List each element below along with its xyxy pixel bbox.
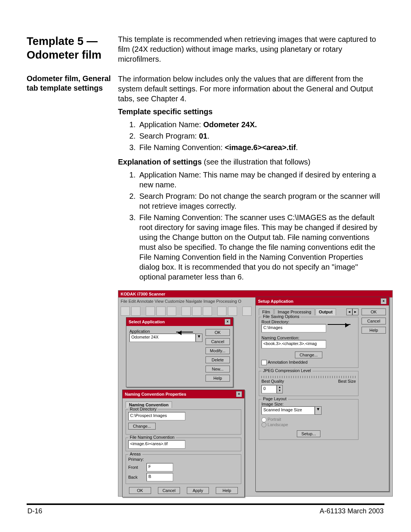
dialog-title: Setup Application [258,299,293,304]
fieldset-legend: Areas [128,452,142,456]
exp-list: Application Name: This name may be chang… [118,170,384,282]
portrait-radio[interactable] [261,417,266,422]
toolbar-button[interactable] [192,307,201,316]
ok-button[interactable]: OK [129,487,151,494]
jpeg-left-label: Best Quality [261,379,284,383]
root-dir-field[interactable]: C:\Images [261,324,326,332]
new-button[interactable]: New... [206,366,230,372]
chevron-down-icon[interactable]: ▼ [315,406,322,415]
root-label: Root Directory: [261,320,356,324]
back-label: Back [128,475,143,479]
ok-button[interactable]: OK [362,308,386,315]
fieldset-legend: File Saving Options [261,314,301,319]
toolbar-button[interactable] [228,307,237,316]
close-icon[interactable]: × [381,298,387,304]
help-button[interactable]: Help [206,375,230,382]
footer-right: A-61133 March 2003 [320,507,384,515]
toolbar-button[interactable] [182,307,191,316]
application-dropdown[interactable]: Odometer 24X [129,334,196,342]
chevron-down-icon[interactable]: ▼ [196,334,202,342]
fieldset-legend: File Naming Convention [128,435,176,439]
window-title: KODAK i7300 Scanner [121,292,165,296]
fieldset-legend: Page Layout [261,396,288,401]
help-button[interactable]: Help [362,327,386,334]
delete-button[interactable]: Delete [206,356,230,363]
list-item: Application Name: This name may be chang… [138,170,384,190]
portrait-label: Portrait [268,417,281,422]
apply-button[interactable]: Apply [187,487,209,494]
imgsize-dropdown[interactable]: Scanned Image Size [261,406,315,415]
embedded-screenshot: KODAK i7300 Scanner File Edit Annotate V… [118,290,393,497]
spinner-icon[interactable]: ▲▼ [277,385,283,393]
scroll-right-icon[interactable]: ▸ [352,308,358,315]
cancel-button[interactable]: Cancel [206,338,230,345]
callout-arrow [328,324,350,325]
dialog-title: Naming Convention Properties [125,392,186,396]
close-icon[interactable]: × [225,319,231,325]
jpeg-slider[interactable] [261,376,356,378]
nc-field[interactable]: <book.3>.<chapter.3>.<imag [261,340,326,348]
field-label: Application [129,329,202,334]
list-item: File Naming Convention: <image.6><area>.… [138,142,384,152]
footer-left: D-16 [27,507,42,515]
nc-label: Naming Convention: [261,335,356,340]
dialog-title: Select Application [129,320,165,324]
annotation-checkbox[interactable] [261,360,267,365]
front-field[interactable]: F [147,463,173,471]
toolbar-button[interactable] [146,307,155,316]
list-item: Search Program: 01. [138,131,384,141]
toolbar-button[interactable] [203,307,212,316]
cancel-button[interactable]: Cancel [362,318,386,324]
list-item: Search Program: Do not change the search… [138,191,384,211]
list-item: File Naming Convention: The scanner uses… [138,212,384,282]
fieldset-legend: JPEG Compression Level [261,368,312,373]
callout-arrow [176,332,193,332]
back-field[interactable]: B [147,473,173,481]
fnc-field[interactable]: <image.6><area>.tif [128,440,185,449]
toolbar-button[interactable] [131,307,140,316]
close-icon[interactable]: × [236,391,242,397]
intro-text: This template is recommended when retrie… [118,34,384,64]
tss-list: Application Name: Odometer 24X. Search P… [118,120,384,152]
landscape-label: Landscape [268,422,288,427]
toolbar-button[interactable] [217,307,226,316]
footer-rule [27,503,384,505]
fieldset-legend: Root Directory [128,407,158,411]
list-item: Application Name: Odometer 24X. [138,120,384,129]
root-dir-field[interactable]: C:\Prospect Images [128,412,185,420]
setup-button[interactable]: Setup... [297,430,320,437]
annotation-label: Annotation Imbedded [268,360,307,364]
ok-button[interactable]: OK [206,329,230,336]
tab-output[interactable]: Output [315,308,336,315]
jpeg-value-field[interactable]: 0 [261,385,277,393]
primary-label: Primary: [128,457,239,462]
help-button[interactable]: Help [216,487,238,494]
toolbar-button[interactable] [156,307,166,316]
toolbar-button[interactable] [167,307,176,316]
tss-heading: Template specific settings [118,107,384,117]
page-title: Template 5 — Odometer film [27,34,118,62]
change-button[interactable]: Change... [128,423,156,430]
landscape-radio[interactable] [261,422,266,427]
scroll-left-icon[interactable]: ◂ [346,308,352,315]
toolbar-button[interactable] [242,307,252,316]
imgsize-label: Image Size: [261,402,356,406]
change-button[interactable]: Change... [295,351,322,358]
section-heading: Odometer film, General tab template sett… [27,74,118,93]
section-intro: The information below includes only the … [118,74,384,104]
modify-button[interactable]: Modify... [206,347,230,354]
exp-heading: Explanation of settings (see the illustr… [118,157,384,167]
front-label: Front [128,465,143,470]
toolbar-button[interactable] [121,307,130,316]
jpeg-right-label: Best Size [338,379,356,383]
cancel-button[interactable]: Cancel [158,487,180,494]
